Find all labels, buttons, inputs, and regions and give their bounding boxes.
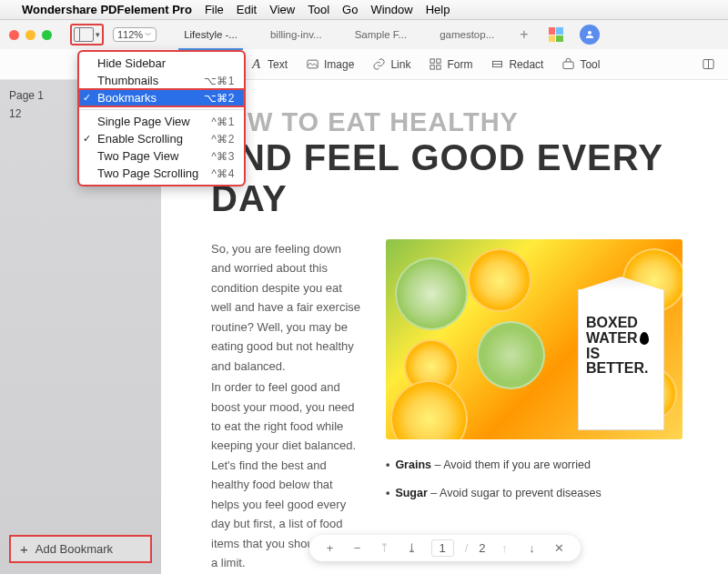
- tool-redact[interactable]: Redact: [481, 54, 552, 75]
- sidebar-view-dropdown[interactable]: ▾: [70, 24, 104, 45]
- prev-page-button[interactable]: ↑: [497, 541, 513, 555]
- last-page-button[interactable]: ⤓: [403, 541, 420, 555]
- tool-label: Redact: [509, 58, 543, 71]
- svg-rect-3: [430, 65, 434, 69]
- mac-menubar: Wondershare PDFelement Pro File Edit Vie…: [0, 0, 728, 20]
- tab-sample[interactable]: Sample F...: [339, 25, 424, 44]
- sidebar-view-menu: Hide Sidebar Thumbnails ⌥⌘1 ✓ Bookmarks …: [78, 51, 245, 186]
- zoom-value: 112%: [117, 29, 143, 40]
- panels-icon: [702, 57, 715, 71]
- tool-label: Text: [268, 58, 288, 71]
- paragraph-1: So, you are feeling down and worried abo…: [211, 239, 364, 376]
- doc-text-column: So, you are feeling down and worried abo…: [211, 239, 364, 572]
- traffic-lights: [9, 30, 52, 40]
- menu-hide-sidebar[interactable]: Hide Sidebar: [79, 55, 244, 72]
- tab-gamestop[interactable]: gamestop...: [423, 25, 511, 44]
- boxed-water-carton: BOXED WATER IS BETTER.: [578, 289, 664, 430]
- check-icon: ✓: [83, 92, 91, 104]
- menu-tool[interactable]: Tool: [308, 3, 329, 16]
- menu-two-page-scrolling[interactable]: Two Page Scrolling ^⌘4: [79, 165, 244, 182]
- zoom-select[interactable]: 112% ﹀: [113, 27, 157, 42]
- first-page-button[interactable]: ⤒: [376, 541, 392, 555]
- check-icon: ✓: [83, 133, 91, 145]
- tab-lifestyle[interactable]: Lifestyle -...: [167, 25, 254, 44]
- plus-icon: +: [20, 541, 28, 557]
- total-pages: 2: [479, 541, 485, 555]
- list-item: Grains – Avoid them if you are worried: [386, 456, 682, 475]
- close-window[interactable]: [9, 30, 19, 40]
- form-icon: [429, 57, 442, 71]
- tool-form[interactable]: Form: [420, 54, 481, 75]
- toolbox-icon: [561, 57, 575, 71]
- add-bookmark-button[interactable]: + Add Bookmark: [9, 535, 152, 563]
- zoom-window[interactable]: [42, 30, 52, 40]
- new-tab-button[interactable]: +: [511, 23, 537, 46]
- water-drop-icon: [640, 332, 649, 345]
- menu-thumbnails[interactable]: Thumbnails ⌥⌘1: [79, 72, 244, 89]
- add-bookmark-label: Add Bookmark: [35, 542, 113, 556]
- tool-label: Link: [390, 58, 410, 71]
- chevron-down-icon: ﹀: [145, 30, 152, 40]
- zoom-out-button[interactable]: −: [349, 541, 365, 555]
- menu-edit[interactable]: Edit: [237, 3, 257, 16]
- menu-separator: [79, 109, 244, 110]
- minimize-window[interactable]: [25, 30, 35, 40]
- menu-enable-scrolling[interactable]: ✓ Enable Scrolling ^⌘2: [79, 130, 244, 147]
- menu-file[interactable]: File: [205, 3, 224, 16]
- menu-single-page[interactable]: Single Page View ^⌘1: [79, 113, 244, 130]
- zoom-in-button[interactable]: +: [321, 541, 338, 555]
- doc-title: W TO EAT HEALTHY AND FEEL GOOD EVERY DAY: [211, 107, 682, 219]
- panel-icon: [74, 27, 94, 42]
- tool-link[interactable]: Link: [363, 54, 420, 75]
- image-icon: [306, 57, 319, 71]
- menu-two-page[interactable]: Two Page View ^⌘3: [79, 147, 244, 165]
- chevron-down-icon: ▾: [96, 30, 100, 39]
- svg-rect-4: [437, 65, 440, 69]
- redact-icon: [490, 57, 504, 71]
- list-item: Sugar – Avoid sugar to prevent diseases: [386, 484, 682, 503]
- menu-bookmarks[interactable]: ✓ Bookmarks ⌥⌘2: [79, 89, 244, 106]
- menu-help[interactable]: Help: [426, 3, 450, 16]
- link-icon: [372, 57, 386, 71]
- page-navigator: + − ⤒ ⤓ 1 / 2 ↑ ↓ ✕: [308, 535, 580, 561]
- tool-panels[interactable]: [693, 54, 724, 75]
- tool-image[interactable]: Image: [297, 54, 363, 75]
- menu-view[interactable]: View: [269, 3, 295, 16]
- document-page: W TO EAT HEALTHY AND FEEL GOOD EVERY DAY…: [161, 80, 728, 574]
- tool-label: Image: [324, 58, 354, 71]
- menu-go[interactable]: Go: [342, 3, 358, 16]
- document-viewport[interactable]: W TO EAT HEALTHY AND FEEL GOOD EVERY DAY…: [161, 80, 728, 574]
- bullet-list: Grains – Avoid them if you are worried S…: [386, 456, 682, 502]
- window-chrome: ▾ 112% ﹀ Lifestyle -... billing-inv... S…: [0, 20, 728, 49]
- tool-tool[interactable]: Tool: [552, 54, 609, 75]
- doc-right-column: BOXED WATER IS BETTER. Grains – Avoid th…: [386, 239, 682, 572]
- menu-window[interactable]: Window: [370, 3, 412, 16]
- svg-rect-7: [563, 62, 573, 69]
- svg-rect-2: [437, 59, 440, 63]
- account-avatar[interactable]: [580, 25, 600, 45]
- tool-label: Form: [447, 58, 472, 71]
- current-page-input[interactable]: 1: [430, 539, 453, 557]
- page-sep: /: [465, 541, 469, 555]
- title-line1: W TO EAT HEALTHY: [248, 107, 682, 137]
- tab-billing[interactable]: billing-inv...: [254, 25, 339, 44]
- title-line2: AND FEEL GOOD EVERY DAY: [211, 137, 682, 219]
- text-icon: A: [249, 57, 263, 71]
- tool-text[interactable]: A Text: [240, 54, 297, 75]
- app-name[interactable]: Wondershare PDFelement Pro: [22, 3, 192, 16]
- citrus-image: BOXED WATER IS BETTER.: [386, 239, 682, 439]
- tab-bar: Lifestyle -... billing-inv... Sample F..…: [167, 23, 719, 46]
- next-page-button[interactable]: ↓: [524, 541, 541, 555]
- close-nav-button[interactable]: ✕: [551, 541, 568, 555]
- svg-rect-1: [430, 59, 434, 63]
- tool-label: Tool: [580, 58, 600, 71]
- app-grid-icon[interactable]: [549, 27, 563, 42]
